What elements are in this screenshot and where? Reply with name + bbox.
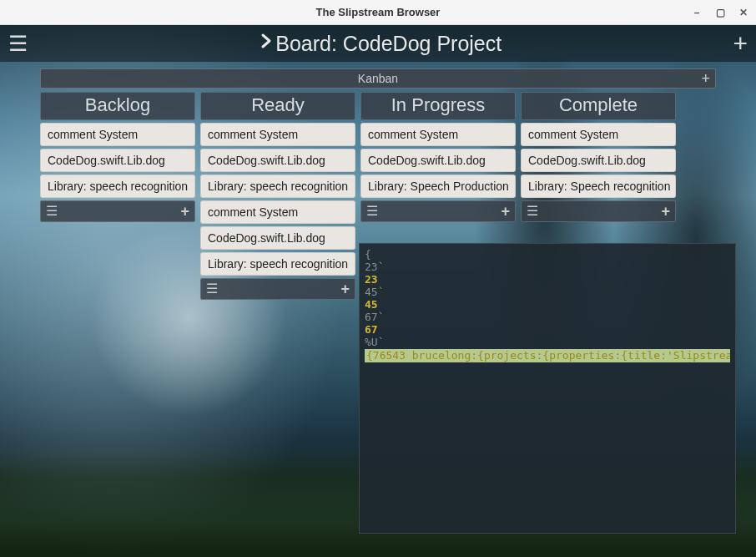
column-footer: ☰+ (200, 278, 355, 300)
kanban-card[interactable]: comment System (200, 123, 355, 146)
kanban-card[interactable]: comment System (360, 123, 516, 146)
console-panel[interactable]: {23`2345`4567`67%U`{76543 brucelong:{pro… (359, 243, 736, 534)
window-title: The Slipstream Browser (316, 6, 441, 18)
menu-icon[interactable]: ☰ (8, 33, 28, 54)
kanban-card[interactable]: Library: speech recognition (200, 252, 355, 276)
column-title[interactable]: Ready (200, 92, 355, 120)
console-line: 67` (365, 311, 730, 324)
column-footer: ☰+ (360, 200, 516, 222)
console-line: {76543 brucelong:{projects:{properties:{… (365, 349, 730, 363)
kanban-column: Readycomment SystemCodeDog.swift.Lib.dog… (200, 92, 355, 300)
chevron-right-icon (259, 32, 274, 55)
column-title[interactable]: Complete (521, 92, 676, 120)
kanban-column: Backlogcomment SystemCodeDog.swift.Lib.d… (40, 92, 195, 300)
column-footer: ☰+ (40, 200, 195, 222)
console-line: 23` (365, 261, 730, 274)
board-title-text: Board: CodeDog Project (275, 32, 501, 56)
console-line: 45` (365, 286, 730, 299)
kanban-card[interactable]: CodeDog.swift.Lib.dog (200, 226, 355, 250)
add-card-button[interactable]: + (340, 281, 350, 296)
column-title[interactable]: Backlog (40, 92, 195, 120)
app-area: ☰ Board: CodeDog Project + Kanban + Back… (0, 25, 756, 557)
console-line: 45 (365, 299, 730, 311)
add-card-button[interactable]: + (661, 204, 670, 219)
console-line: 23 (365, 274, 730, 286)
window-titlebar: The Slipstream Browser – ▢ ✕ (0, 0, 756, 25)
console-line: %U` (365, 337, 730, 349)
kanban-card[interactable]: Library: speech recognition (40, 175, 195, 198)
column-menu-icon[interactable]: ☰ (46, 205, 58, 218)
add-card-button[interactable]: + (501, 204, 510, 219)
column-menu-icon[interactable]: ☰ (527, 205, 538, 218)
kanban-card[interactable]: CodeDog.swift.Lib.dog (521, 149, 676, 172)
kanban-card[interactable]: comment System (200, 200, 355, 224)
window-minimize-button[interactable]: – (691, 7, 703, 18)
kanban-card[interactable]: comment System (521, 123, 676, 146)
console-line: 67 (365, 324, 730, 337)
column-footer: ☰+ (521, 200, 676, 222)
column-menu-icon[interactable]: ☰ (206, 282, 218, 296)
column-title[interactable]: In Progress (360, 92, 516, 120)
kanban-card[interactable]: comment System (40, 123, 195, 146)
topbar: ☰ Board: CodeDog Project + (0, 25, 756, 62)
kanban-card[interactable]: Library: speech recognition (200, 175, 355, 198)
kanban-card[interactable]: CodeDog.swift.Lib.dog (360, 149, 516, 172)
board-title[interactable]: Board: CodeDog Project (259, 32, 501, 56)
kanban-card[interactable]: CodeDog.swift.Lib.dog (40, 149, 195, 172)
kanban-card[interactable]: Library: Speech recognition (521, 175, 676, 198)
kanban-card[interactable]: CodeDog.swift.Lib.dog (200, 149, 355, 172)
column-menu-icon[interactable]: ☰ (366, 205, 378, 218)
window-close-button[interactable]: ✕ (738, 7, 749, 18)
kanban-card[interactable]: Library: Speech Production (360, 175, 516, 198)
console-line: { (365, 249, 730, 261)
window-controls: – ▢ ✕ (691, 7, 749, 18)
add-board-button[interactable]: + (733, 31, 748, 56)
add-column-button[interactable]: + (701, 70, 710, 88)
kanban-header-label: Kanban (358, 72, 398, 85)
add-card-button[interactable]: + (180, 204, 189, 219)
window-maximize-button[interactable]: ▢ (714, 7, 726, 18)
kanban-header: Kanban + (40, 68, 716, 89)
